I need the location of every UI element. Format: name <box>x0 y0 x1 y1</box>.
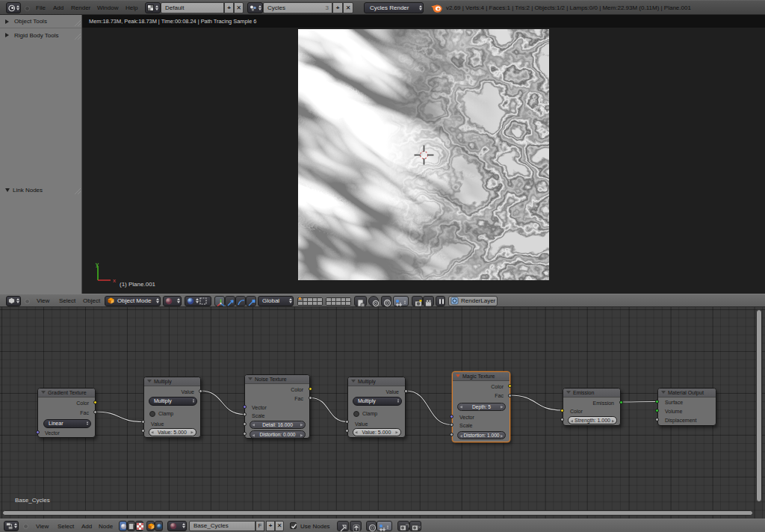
svg-text:x: x <box>113 277 116 284</box>
svg-text:y: y <box>96 262 99 267</box>
